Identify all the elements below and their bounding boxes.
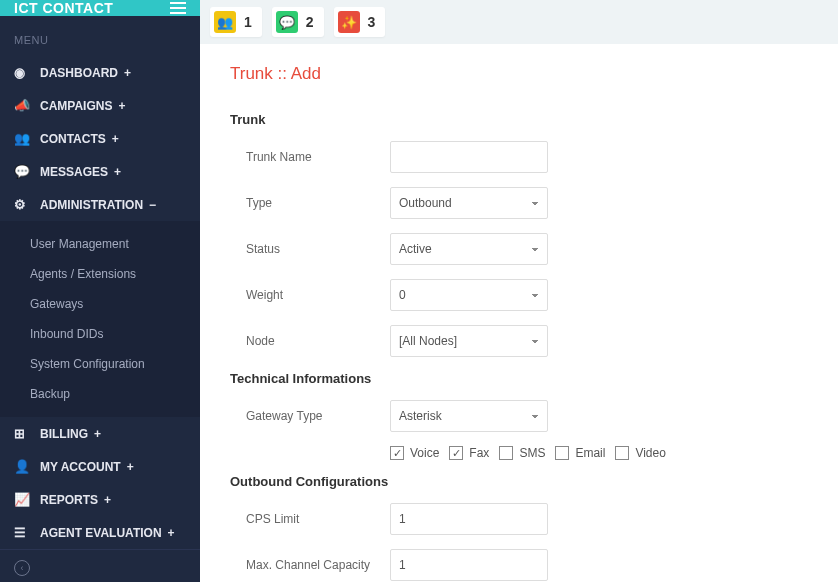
status-select[interactable]: Active [390, 233, 548, 265]
trunk-name-input[interactable] [390, 141, 548, 173]
gateway-type-select[interactable]: Asterisk [390, 400, 548, 432]
max-channel-input[interactable] [390, 549, 548, 581]
label-cps: CPS Limit [230, 512, 390, 526]
step-icon: 💬 [276, 11, 298, 33]
sub-item-agents-extensions[interactable]: Agents / Extensions [0, 259, 200, 289]
wizard-step-3[interactable]: ✨3 [334, 7, 386, 37]
expand-icon: + [94, 427, 101, 441]
collapse-icon: ‹ [14, 560, 30, 576]
sms-checkbox[interactable] [499, 446, 513, 460]
sub-item-inbound-dids[interactable]: Inbound DIDs [0, 319, 200, 349]
nav-item-administration[interactable]: ⚙ADMINISTRATION− [0, 188, 200, 221]
section-trunk: Trunk [230, 112, 808, 127]
reports-icon: 📈 [14, 492, 32, 507]
node-select[interactable]: [All Nodes] [390, 325, 548, 357]
email-checkbox[interactable] [555, 446, 569, 460]
nav-item-reports[interactable]: 📈REPORTS+ [0, 483, 200, 516]
nav-item-dashboard[interactable]: ◉DASHBOARD+ [0, 56, 200, 89]
type-select[interactable]: Outbound [390, 187, 548, 219]
sub-item-backup[interactable]: Backup [0, 379, 200, 409]
agent evaluation-icon: ☰ [14, 525, 32, 540]
weight-select[interactable]: 0 [390, 279, 548, 311]
section-technical: Technical Informations [230, 371, 808, 386]
nav-item-messages[interactable]: 💬MESSAGES+ [0, 155, 200, 188]
label-weight: Weight [230, 288, 390, 302]
expand-icon: + [112, 132, 119, 146]
sub-item-user-management[interactable]: User Management [0, 229, 200, 259]
expand-icon: − [149, 198, 156, 212]
nav-item-my-account[interactable]: 👤MY ACCOUNT+ [0, 450, 200, 483]
expand-icon: + [124, 66, 131, 80]
content: Trunk :: Add Trunk Trunk Name TypeOutbou… [200, 44, 838, 582]
video-checkbox[interactable] [615, 446, 629, 460]
contacts-icon: 👥 [14, 131, 32, 146]
dashboard-icon: ◉ [14, 65, 32, 80]
section-outbound: Outbound Configurations [230, 474, 808, 489]
service-checks: Voice Fax SMS Email Video [390, 446, 672, 460]
label-gateway-type: Gateway Type [230, 409, 390, 423]
brand-title: ICT CONTACT [14, 0, 113, 16]
label-max-channel: Max. Channel Capacity [230, 558, 390, 572]
collapse-sidebar[interactable]: ‹ [0, 549, 200, 582]
label-node: Node [230, 334, 390, 348]
wizard-step-1[interactable]: 👥1 [210, 7, 262, 37]
expand-icon: + [127, 460, 134, 474]
topbar: 👥1💬2✨3 [200, 0, 838, 44]
menu-label: MENU [0, 16, 200, 56]
administration-icon: ⚙ [14, 197, 32, 212]
label-trunk-name: Trunk Name [230, 150, 390, 164]
nav-item-billing[interactable]: ⊞BILLING+ [0, 417, 200, 450]
nav-item-agent-evaluation[interactable]: ☰AGENT EVALUATION+ [0, 516, 200, 549]
nav-item-contacts[interactable]: 👥CONTACTS+ [0, 122, 200, 155]
sidebar: ICT CONTACT MENU ◉DASHBOARD+📣CAMPAIGNS+👥… [0, 0, 200, 582]
billing-icon: ⊞ [14, 426, 32, 441]
expand-icon: + [104, 493, 111, 507]
step-icon: ✨ [338, 11, 360, 33]
sub-item-system-configuration[interactable]: System Configuration [0, 349, 200, 379]
sub-item-gateways[interactable]: Gateways [0, 289, 200, 319]
expand-icon: + [118, 99, 125, 113]
brand-bar: ICT CONTACT [0, 0, 200, 16]
step-icon: 👥 [214, 11, 236, 33]
my account-icon: 👤 [14, 459, 32, 474]
expand-icon: + [114, 165, 121, 179]
label-type: Type [230, 196, 390, 210]
fax-checkbox[interactable] [449, 446, 463, 460]
expand-icon: + [168, 526, 175, 540]
label-status: Status [230, 242, 390, 256]
nav-item-campaigns[interactable]: 📣CAMPAIGNS+ [0, 89, 200, 122]
page-title: Trunk :: Add [230, 64, 808, 84]
hamburger-icon[interactable] [170, 2, 186, 14]
voice-checkbox[interactable] [390, 446, 404, 460]
wizard-step-2[interactable]: 💬2 [272, 7, 324, 37]
cps-input[interactable] [390, 503, 548, 535]
messages-icon: 💬 [14, 164, 32, 179]
campaigns-icon: 📣 [14, 98, 32, 113]
